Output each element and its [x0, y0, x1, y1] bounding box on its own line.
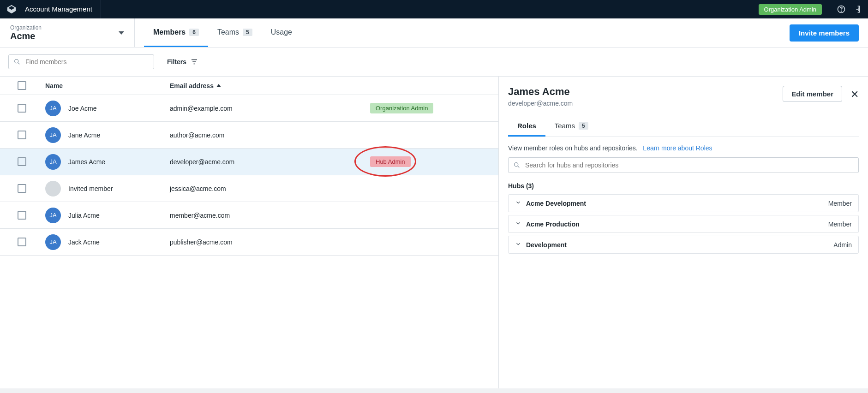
table-header-row: Name Email address	[0, 77, 498, 95]
col-email[interactable]: Email address	[170, 82, 370, 89]
hub-role: Member	[828, 200, 852, 207]
table-row[interactable]: Invited member jessica@acme.com	[0, 175, 498, 202]
row-checkbox[interactable]	[18, 157, 26, 166]
hub-search-input[interactable]	[524, 161, 854, 169]
avatar	[45, 181, 61, 196]
hub-role: Member	[828, 220, 852, 228]
svg-point-3	[515, 163, 518, 167]
tab-members[interactable]: Members 6	[144, 18, 208, 47]
hub-role: Admin	[833, 241, 852, 249]
tab-label: Teams	[217, 28, 239, 36]
filter-icon	[190, 58, 198, 66]
table-row[interactable]: JAJane Acme author@acme.com	[0, 122, 498, 149]
table-row[interactable]: JAJames Acme developer@acme.com Hub Admi…	[0, 149, 498, 175]
hub-name: Development	[526, 241, 567, 249]
hub-row[interactable]: Development Admin	[508, 236, 859, 254]
members-search-input[interactable]	[24, 58, 149, 66]
col-name[interactable]: Name	[45, 82, 170, 89]
table-row[interactable]: JAJack Acme publisher@acme.com	[0, 229, 498, 256]
edit-member-button[interactable]: Edit member	[783, 86, 842, 102]
member-name: Jack Acme	[68, 238, 100, 246]
table-row[interactable]: JAJulia Acme member@acme.com	[0, 202, 498, 229]
member-email: jessica@acme.com	[170, 185, 370, 192]
member-name: James Acme	[68, 158, 105, 166]
row-checkbox[interactable]	[18, 184, 26, 193]
hub-row[interactable]: Acme Production Member	[508, 215, 859, 233]
members-table: Name Email address JAJoe Acme admin@exam…	[0, 77, 499, 393]
avatar: JA	[45, 154, 61, 170]
tab-count: 6	[189, 29, 199, 36]
search-icon	[13, 58, 21, 66]
member-email: developer@acme.com	[170, 158, 370, 166]
chevron-down-icon	[515, 241, 521, 249]
sub-nav: Organization Acme Members 6 Teams 5 Usag…	[0, 18, 868, 47]
org-selector-name: Acme	[10, 31, 42, 42]
member-email: member@acme.com	[170, 212, 370, 219]
tab-label: Usage	[271, 28, 292, 36]
chevron-down-icon	[515, 220, 521, 228]
detail-tab-roles[interactable]: Roles	[508, 116, 545, 137]
avatar: JA	[45, 234, 61, 250]
members-search[interactable]	[8, 54, 154, 69]
member-detail-panel: James Acme developer@acme.com Edit membe…	[499, 77, 868, 393]
role-pill: Hub Admin	[370, 156, 411, 167]
app-title: Account Management	[17, 0, 101, 18]
top-header: Account Management Organization Admin	[0, 0, 868, 18]
exit-icon[interactable]	[852, 5, 862, 14]
sort-ascending-icon	[216, 84, 221, 87]
hubs-heading: Hubs (3)	[508, 182, 859, 190]
detail-tabs: Roles Teams 5	[508, 116, 859, 137]
org-selector[interactable]: Organization Acme	[0, 18, 135, 47]
member-email: author@acme.com	[170, 131, 370, 139]
filters-button[interactable]: Filters	[167, 58, 198, 66]
avatar: JA	[45, 208, 61, 223]
detail-tab-teams[interactable]: Teams 5	[545, 116, 598, 137]
search-icon	[513, 161, 521, 169]
row-checkbox[interactable]	[18, 238, 26, 246]
tab-teams[interactable]: Teams 5	[208, 18, 262, 47]
chevron-down-icon	[515, 199, 521, 207]
main-tabs: Members 6 Teams 5 Usage	[135, 18, 790, 47]
learn-more-link[interactable]: Learn more about Roles	[643, 144, 712, 152]
tab-label: Members	[153, 28, 186, 36]
svg-point-2	[15, 60, 18, 63]
member-name: Joe Acme	[68, 105, 96, 112]
avatar: JA	[45, 101, 61, 116]
row-checkbox[interactable]	[18, 131, 26, 139]
row-checkbox[interactable]	[18, 211, 26, 220]
roles-info: View member roles on hubs and repositori…	[508, 144, 859, 152]
brand-icon	[6, 4, 17, 14]
select-all-checkbox[interactable]	[18, 81, 26, 90]
hub-name: Acme Development	[526, 200, 586, 207]
svg-point-1	[841, 11, 842, 12]
hub-row[interactable]: Acme Development Member	[508, 194, 859, 212]
member-name: Jane Acme	[68, 131, 100, 139]
member-email: publisher@acme.com	[170, 238, 370, 246]
help-icon[interactable]	[837, 5, 846, 14]
tab-usage[interactable]: Usage	[262, 18, 301, 47]
detail-name: James Acme	[508, 86, 573, 98]
avatar: JA	[45, 127, 61, 143]
horizontal-scrollbar[interactable]	[0, 388, 868, 393]
invite-members-button[interactable]: Invite members	[790, 24, 859, 42]
org-selector-label: Organization	[10, 24, 42, 31]
org-admin-pill: Organization Admin	[759, 4, 822, 15]
chevron-down-icon	[119, 31, 124, 35]
role-pill: Organization Admin	[370, 103, 433, 113]
hub-name: Acme Production	[526, 220, 580, 228]
table-row[interactable]: JAJoe Acme admin@example.com Organizatio…	[0, 95, 498, 122]
member-email: admin@example.com	[170, 105, 370, 112]
member-name: Invited member	[68, 185, 113, 192]
filter-row: Filters	[0, 47, 868, 77]
hub-search[interactable]	[508, 157, 859, 173]
row-checkbox[interactable]	[18, 104, 26, 113]
close-icon[interactable]: ✕	[850, 86, 859, 101]
member-name: Julia Acme	[68, 212, 100, 219]
tab-count: 5	[243, 29, 252, 36]
filters-label: Filters	[167, 58, 186, 66]
detail-email: developer@acme.com	[508, 100, 573, 107]
